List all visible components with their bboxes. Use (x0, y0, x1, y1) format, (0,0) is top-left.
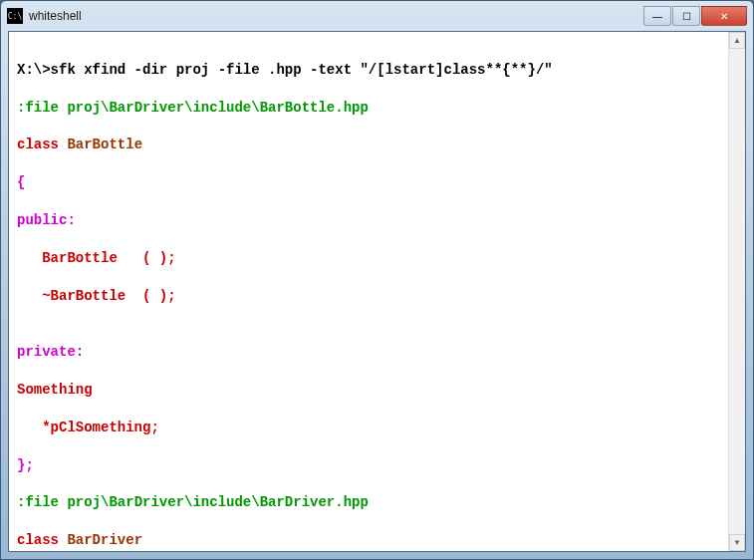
prompt-text: X:\> (17, 62, 51, 78)
file-prefix: :file (17, 100, 67, 116)
app-icon: C:\ (7, 8, 23, 24)
window-title: whiteshell (29, 9, 643, 23)
code-line: { (17, 174, 25, 190)
code-line: *pClSomething; (17, 420, 159, 435)
vertical-scrollbar[interactable]: ▲ ▼ (728, 32, 745, 551)
code-line: private: (17, 344, 84, 360)
content-area: X:\>sfk xfind -dir proj -file .hpp -text… (8, 31, 746, 552)
code-line: Something (17, 382, 93, 398)
close-button[interactable]: ✕ (701, 6, 747, 26)
window-controls: — ☐ ✕ (643, 6, 747, 26)
scroll-up-arrow[interactable]: ▲ (729, 32, 745, 49)
file-path: proj\BarDriver\include\BarDriver.hpp (67, 494, 368, 510)
code-line: BarDriver (59, 532, 142, 548)
code-line: class (17, 137, 59, 152)
terminal-output[interactable]: X:\>sfk xfind -dir proj -file .hpp -text… (9, 32, 728, 551)
maximize-button[interactable]: ☐ (672, 6, 700, 26)
code-line: BarBottle (59, 137, 142, 152)
window-frame: C:\ whiteshell — ☐ ✕ X:\>sfk xfind -dir … (0, 0, 754, 560)
code-line: }; (17, 457, 34, 473)
file-prefix: :file (17, 494, 67, 510)
titlebar[interactable]: C:\ whiteshell — ☐ ✕ (1, 1, 753, 31)
code-line: class (17, 532, 59, 548)
minimize-button[interactable]: — (643, 6, 671, 26)
code-line: ~BarBottle ( ); (17, 288, 176, 304)
code-line: BarBottle ( ); (17, 250, 176, 266)
command-text: sfk xfind -dir proj -file .hpp -text "/[… (51, 62, 553, 78)
scroll-down-arrow[interactable]: ▼ (729, 534, 745, 551)
code-line: public: (17, 212, 76, 228)
file-path: proj\BarDriver\include\BarBottle.hpp (67, 100, 368, 116)
